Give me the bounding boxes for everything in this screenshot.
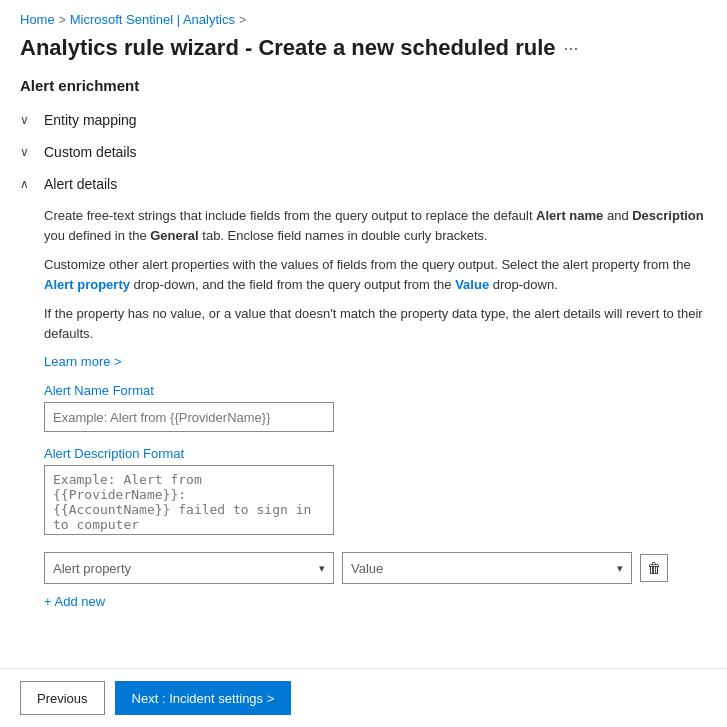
custom-details-label: Custom details bbox=[44, 144, 137, 160]
alert-property-placeholder: Alert property bbox=[53, 561, 131, 576]
alert-details-desc3: If the property has no value, or a value… bbox=[44, 304, 707, 343]
alert-details-header[interactable]: ∧ Alert details bbox=[20, 170, 707, 198]
breadcrumb: Home > Microsoft Sentinel | Analytics > bbox=[0, 0, 727, 35]
value-placeholder: Value bbox=[351, 561, 383, 576]
entity-mapping-chevron: ∨ bbox=[20, 113, 36, 127]
alert-desc-format-input[interactable] bbox=[44, 465, 334, 535]
next-button[interactable]: Next : Incident settings > bbox=[115, 681, 292, 715]
breadcrumb-sep1: > bbox=[59, 13, 66, 27]
learn-more-link[interactable]: Learn more > bbox=[44, 354, 122, 369]
alert-name-format-input[interactable] bbox=[44, 402, 334, 432]
alert-property-row: Alert property ▾ Value ▾ 🗑 bbox=[44, 552, 707, 584]
breadcrumb-sep2: > bbox=[239, 13, 246, 27]
delete-row-button[interactable]: 🗑 bbox=[640, 554, 668, 582]
page-menu-icon[interactable]: ··· bbox=[564, 38, 579, 59]
alert-property-dropdown[interactable]: Alert property ▾ bbox=[44, 552, 334, 584]
custom-details-accordion: ∨ Custom details bbox=[20, 138, 707, 166]
alert-name-format-group: Alert Name Format bbox=[44, 383, 707, 432]
alert-details-label: Alert details bbox=[44, 176, 117, 192]
page-title-row: Analytics rule wizard - Create a new sch… bbox=[0, 35, 727, 77]
alert-enrichment-title: Alert enrichment bbox=[20, 77, 707, 94]
alert-property-chevron-icon: ▾ bbox=[319, 562, 325, 575]
custom-details-chevron: ∨ bbox=[20, 145, 36, 159]
breadcrumb-sentinel[interactable]: Microsoft Sentinel | Analytics bbox=[70, 12, 235, 27]
entity-mapping-label: Entity mapping bbox=[44, 112, 137, 128]
alert-name-format-label: Alert Name Format bbox=[44, 383, 707, 398]
value-chevron-icon: ▾ bbox=[617, 562, 623, 575]
alert-details-desc1: Create free-text strings that include fi… bbox=[44, 206, 707, 245]
alert-desc-format-group: Alert Description Format bbox=[44, 446, 707, 538]
breadcrumb-home[interactable]: Home bbox=[20, 12, 55, 27]
alert-details-body: Create free-text strings that include fi… bbox=[20, 198, 707, 617]
previous-button[interactable]: Previous bbox=[20, 681, 105, 715]
entity-mapping-header[interactable]: ∨ Entity mapping bbox=[20, 106, 707, 134]
alert-details-desc2: Customize other alert properties with th… bbox=[44, 255, 707, 294]
custom-details-header[interactable]: ∨ Custom details bbox=[20, 138, 707, 166]
alert-details-accordion: ∧ Alert details Create free-text strings… bbox=[20, 170, 707, 617]
value-dropdown[interactable]: Value ▾ bbox=[342, 552, 632, 584]
page-title: Analytics rule wizard - Create a new sch… bbox=[20, 35, 556, 61]
main-content: Alert enrichment ∨ Entity mapping ∨ Cust… bbox=[0, 77, 727, 617]
alert-desc-format-label: Alert Description Format bbox=[44, 446, 707, 461]
add-new-button[interactable]: + Add new bbox=[44, 594, 105, 609]
entity-mapping-accordion: ∨ Entity mapping bbox=[20, 106, 707, 134]
alert-details-chevron: ∧ bbox=[20, 177, 36, 191]
footer: Previous Next : Incident settings > bbox=[0, 668, 727, 727]
